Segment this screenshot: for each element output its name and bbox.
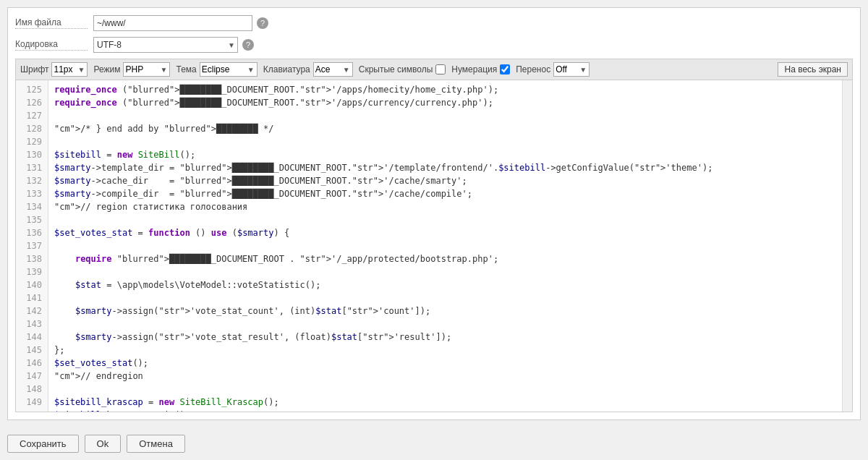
keyboard-item: Клавиатура Ace Vim Emacs ▼ (263, 62, 353, 77)
hidden-symbols-checkbox[interactable] (435, 64, 446, 74)
mode-select[interactable]: PHP HTML CSS JavaScript (123, 62, 170, 77)
numbering-checkbox[interactable] (500, 64, 510, 74)
filename-help-icon[interactable]: ? (257, 17, 268, 29)
code-area[interactable]: require_once ("blurred">████████_DOCUMEN… (48, 80, 842, 412)
filename-input[interactable] (93, 15, 252, 31)
numbering-label: Нумерация (451, 64, 497, 74)
theme-label: Тема (176, 64, 196, 74)
encoding-label: Кодировка (15, 39, 88, 51)
hidden-symbols-item: Скрытые символы (359, 64, 446, 74)
encoding-row: Кодировка UTF-8 Windows-1251 ISO-8859-1 … (15, 37, 853, 53)
wrap-label: Перенос (516, 64, 550, 74)
keyboard-select-wrapper: Ace Vim Emacs ▼ (313, 62, 353, 77)
scroll-indicator[interactable] (842, 80, 852, 412)
filename-row: Имя файла ? (15, 15, 853, 31)
mode-select-wrapper: PHP HTML CSS JavaScript ▼ (123, 62, 170, 77)
hidden-symbols-label: Скрытые символы (359, 64, 433, 74)
keyboard-label: Клавиатура (263, 64, 310, 74)
font-label: Шрифт (20, 64, 48, 74)
cancel-button[interactable]: Отмена (127, 435, 185, 453)
save-button[interactable]: Сохранить (7, 435, 79, 453)
filename-label: Имя файла (15, 17, 88, 29)
encoding-select[interactable]: UTF-8 Windows-1251 ISO-8859-1 (93, 37, 238, 53)
font-size-select-wrapper: 11px 9px 10px 12px 14px ▼ (51, 62, 88, 77)
font-size-item: Шрифт 11px 9px 10px 12px 14px ▼ (20, 62, 88, 77)
encoding-select-wrapper: UTF-8 Windows-1251 ISO-8859-1 ▼ (93, 37, 238, 53)
theme-item: Тема Eclipse Default Monokai ▼ (176, 62, 257, 77)
line-numbers: 1251261271281291301311321331341351361371… (16, 80, 48, 412)
theme-select[interactable]: Eclipse Default Monokai (200, 62, 258, 77)
theme-select-wrapper: Eclipse Default Monokai ▼ (200, 62, 258, 77)
wrap-item: Перенос Off On ▼ (516, 62, 590, 77)
encoding-help-icon[interactable]: ? (242, 39, 254, 51)
wrap-select[interactable]: Off On (553, 62, 590, 77)
wrap-select-wrapper: Off On ▼ (553, 62, 590, 77)
font-size-select[interactable]: 11px 9px 10px 12px 14px (51, 62, 88, 77)
bottom-bar: Сохранить Ok Отмена (0, 427, 868, 460)
numbering-item: Нумерация (451, 64, 510, 74)
mode-label: Режим (93, 64, 120, 74)
fullscreen-button[interactable]: На весь экран (778, 62, 848, 77)
keyboard-select[interactable]: Ace Vim Emacs (313, 62, 353, 77)
ok-button[interactable]: Ok (85, 435, 122, 453)
editor-container: 1251261271281291301311321331341351361371… (15, 80, 853, 412)
main-container: Имя файла ? Кодировка UTF-8 Windows-1251… (7, 7, 861, 420)
mode-item: Режим PHP HTML CSS JavaScript ▼ (93, 62, 170, 77)
toolbar: Шрифт 11px 9px 10px 12px 14px ▼ Режим PH… (15, 59, 853, 80)
